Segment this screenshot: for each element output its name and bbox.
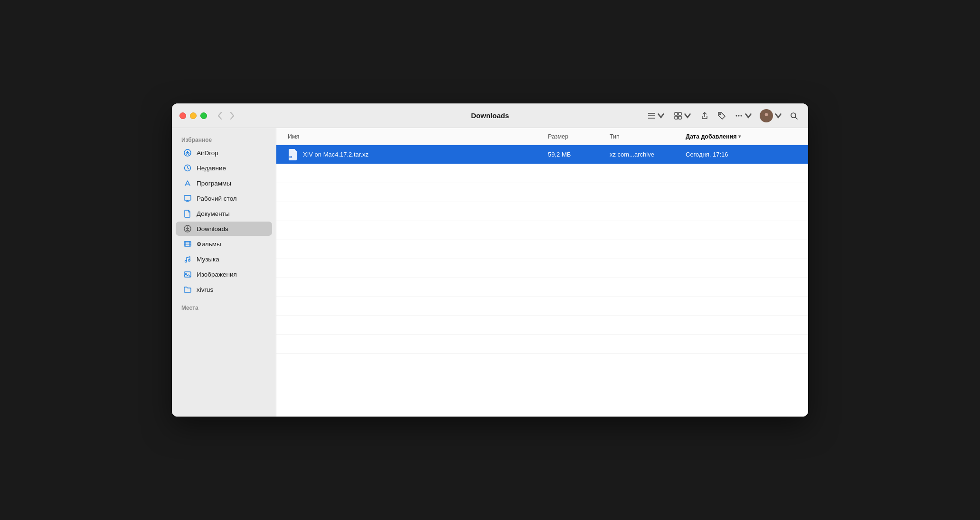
col-header-type[interactable]: Тип xyxy=(606,133,682,140)
col-header-name[interactable]: Имя xyxy=(284,133,544,140)
svg-text:XZ: XZ xyxy=(289,156,292,158)
svg-point-12 xyxy=(763,117,769,120)
empty-row xyxy=(276,240,808,259)
column-headers: Имя Размер Тип Дата добавления ▾ xyxy=(276,128,808,145)
pictures-icon xyxy=(183,270,192,279)
sidebar-item-label: Недавние xyxy=(197,165,226,172)
sidebar-item-music[interactable]: Музыка xyxy=(176,252,272,266)
svg-point-7 xyxy=(720,113,721,114)
svg-rect-3 xyxy=(675,112,678,115)
svg-point-11 xyxy=(765,113,768,116)
search-button[interactable] xyxy=(787,109,801,122)
main-content: Имя Размер Тип Дата добавления ▾ xyxy=(276,128,808,417)
list-view-button[interactable] xyxy=(645,109,668,122)
file-size: 59,2 МБ xyxy=(544,151,606,158)
grid-view-button[interactable] xyxy=(671,109,694,122)
sidebar-item-label: Рабочий стол xyxy=(197,195,237,202)
sidebar: Избранное AirDrop Недавние Про xyxy=(172,128,276,417)
profile-button[interactable] xyxy=(759,108,783,123)
more-button[interactable] xyxy=(732,109,755,122)
col-header-size[interactable]: Размер xyxy=(544,133,606,140)
desktop-icon xyxy=(183,194,192,203)
sidebar-item-label: Музыка xyxy=(197,256,219,263)
close-button[interactable] xyxy=(179,112,186,119)
window-title: Downloads xyxy=(471,111,509,120)
svg-rect-24 xyxy=(184,241,191,246)
favorites-label: Избранное xyxy=(172,134,276,145)
sidebar-item-label: Документы xyxy=(197,210,230,217)
svg-point-8 xyxy=(736,115,737,116)
toolbar-right xyxy=(645,108,801,123)
svg-point-30 xyxy=(188,260,190,261)
finder-body: Избранное AirDrop Недавние Про xyxy=(172,128,808,417)
airdrop-icon xyxy=(183,149,192,157)
sidebar-item-xivrus[interactable]: xivrus xyxy=(176,282,272,297)
sidebar-item-movies[interactable]: Фильмы xyxy=(176,237,272,251)
avatar xyxy=(760,109,773,122)
empty-row xyxy=(276,221,808,240)
svg-point-29 xyxy=(185,260,187,262)
sidebar-item-label: AirDrop xyxy=(197,149,218,157)
movies-icon xyxy=(183,240,192,248)
file-icon: XZ xyxy=(288,149,298,161)
back-button[interactable] xyxy=(215,110,225,122)
file-list: XZ XIV on Mac4.17.2.tar.xz 59,2 МБ xz co… xyxy=(276,145,808,417)
downloads-icon xyxy=(183,224,192,233)
fullscreen-button[interactable] xyxy=(200,112,207,119)
sort-chevron-icon: ▾ xyxy=(738,134,741,139)
svg-rect-19 xyxy=(184,195,191,200)
sidebar-item-label: Downloads xyxy=(197,225,228,232)
tag-button[interactable] xyxy=(715,109,728,122)
applications-icon xyxy=(183,179,192,187)
sidebar-item-pictures[interactable]: Изображения xyxy=(176,267,272,281)
sidebar-item-label: Фильмы xyxy=(197,241,221,248)
svg-rect-6 xyxy=(678,116,681,119)
file-name: XIV on Mac4.17.2.tar.xz xyxy=(303,151,368,158)
svg-point-10 xyxy=(741,115,742,116)
sidebar-item-downloads[interactable]: Downloads xyxy=(176,222,272,236)
svg-point-15 xyxy=(184,149,191,156)
places-label: Места xyxy=(172,302,276,313)
sidebar-item-airdrop[interactable]: AirDrop xyxy=(176,146,272,160)
svg-line-14 xyxy=(795,117,797,119)
empty-row xyxy=(276,164,808,183)
forward-button[interactable] xyxy=(227,110,237,122)
sidebar-item-label: Изображения xyxy=(197,271,237,278)
svg-rect-4 xyxy=(678,112,681,115)
empty-row xyxy=(276,202,808,221)
recents-icon xyxy=(183,164,192,172)
sidebar-item-recents[interactable]: Недавние xyxy=(176,161,272,175)
empty-row xyxy=(276,183,808,202)
share-button[interactable] xyxy=(698,109,711,122)
svg-rect-5 xyxy=(675,116,678,119)
sidebar-item-label: xivrus xyxy=(197,286,213,293)
minimize-button[interactable] xyxy=(190,112,197,119)
empty-row xyxy=(276,316,808,335)
empty-row xyxy=(276,278,808,297)
file-date: Сегодня, 17:16 xyxy=(682,151,801,158)
music-icon xyxy=(183,255,192,263)
file-type: xz com...archive xyxy=(606,151,682,158)
nav-buttons xyxy=(215,110,237,122)
empty-row xyxy=(276,259,808,278)
sidebar-item-documents[interactable]: Документы xyxy=(176,206,272,221)
file-row[interactable]: XZ XIV on Mac4.17.2.tar.xz 59,2 МБ xz co… xyxy=(276,145,808,164)
titlebar: Downloads xyxy=(172,103,808,128)
empty-row xyxy=(276,335,808,354)
traffic-lights xyxy=(179,112,207,119)
sidebar-item-applications[interactable]: Программы xyxy=(176,176,272,190)
empty-row xyxy=(276,297,808,316)
finder-window: Downloads xyxy=(172,103,808,417)
col-header-date[interactable]: Дата добавления ▾ xyxy=(682,133,801,140)
file-name-cell: XZ XIV on Mac4.17.2.tar.xz xyxy=(284,149,544,161)
sidebar-item-label: Программы xyxy=(197,180,231,187)
documents-icon xyxy=(183,209,192,218)
sidebar-item-desktop[interactable]: Рабочий стол xyxy=(176,191,272,205)
svg-point-16 xyxy=(187,151,188,152)
svg-point-9 xyxy=(738,115,740,116)
folder-icon xyxy=(183,285,192,294)
